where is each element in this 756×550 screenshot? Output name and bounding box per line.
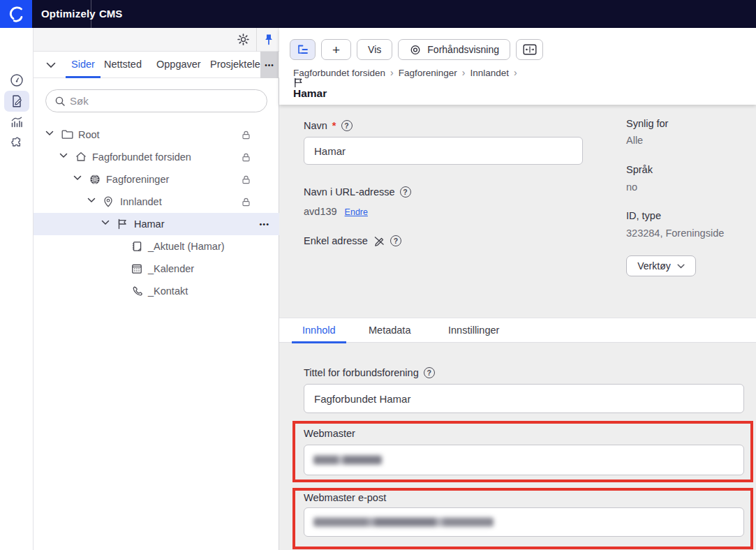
- verktoy-dropdown[interactable]: Verktøy: [626, 255, 696, 276]
- endre-link[interactable]: Endre: [345, 207, 368, 217]
- topbar-divider: [91, 0, 91, 28]
- panel-tab-sider[interactable]: Sider: [66, 52, 101, 78]
- add-content-button[interactable]: +: [321, 39, 351, 60]
- reports-icon[interactable]: [4, 112, 29, 133]
- optimizely-logo[interactable]: [0, 0, 32, 28]
- settings-gear-icon[interactable]: [237, 33, 250, 46]
- addons-icon[interactable]: [4, 133, 29, 154]
- page-type-flag-icon: [293, 77, 304, 88]
- url-name-label: Navn i URL-adresse ?: [304, 186, 411, 198]
- lock-icon: [241, 197, 251, 207]
- preview-eye-icon: [409, 45, 422, 55]
- tree-search: [45, 89, 267, 112]
- chevron-right-icon: ›: [514, 67, 517, 78]
- webmaster-field: [304, 445, 744, 475]
- help-icon[interactable]: ?: [390, 235, 401, 246]
- tree-item-aktuelt[interactable]: _Aktuelt (Hamar): [34, 235, 279, 258]
- url-value: avd139: [304, 206, 337, 217]
- sprak-label: Språk: [626, 164, 653, 175]
- home-icon: [75, 151, 87, 162]
- edit-slash-icon[interactable]: [373, 235, 385, 246]
- tree-item-kalender[interactable]: _Kalender: [34, 258, 279, 280]
- tab-metadata[interactable]: Metadata: [369, 318, 410, 343]
- required-asterisk: *: [332, 120, 336, 131]
- tree-item-kontakt[interactable]: _Kontakt: [34, 280, 279, 302]
- plus-icon: +: [332, 43, 340, 57]
- tree-item-innlandet[interactable]: Innlandet: [34, 191, 279, 213]
- lock-icon: [241, 130, 251, 140]
- expander-chevron-icon[interactable]: [73, 175, 82, 181]
- globe-icon: [89, 174, 101, 185]
- help-icon[interactable]: ?: [400, 186, 411, 198]
- tree-item-menu-button[interactable]: •••: [259, 213, 269, 235]
- breadcrumb-item[interactable]: Fagforeninger: [399, 68, 457, 78]
- synlig-for-value: Alle: [626, 135, 643, 146]
- folder-icon: [61, 129, 73, 140]
- brand-name: Optimizely: [41, 0, 96, 28]
- optimizely-mark-icon: [7, 5, 25, 23]
- preview-button[interactable]: Forhåndsvisning: [398, 39, 510, 60]
- synlig-for-label: Synlig for: [626, 118, 668, 129]
- flag-icon: [117, 218, 128, 230]
- tree-item-fagforeninger[interactable]: Fagforeninger: [34, 168, 279, 191]
- panel-header-strip: [34, 28, 279, 52]
- navn-label: Navn * ?: [304, 120, 353, 131]
- breadcrumb-item[interactable]: Innlandet: [470, 68, 510, 78]
- calendar-icon: [131, 263, 142, 274]
- navigation-panel: Sider Nettsted Oppgaver Prosjekteler •••…: [34, 28, 279, 550]
- tree-item-fagforbundet-forsiden[interactable]: Fagforbundet forsiden: [34, 146, 279, 168]
- toggle-navigation-button[interactable]: [290, 39, 316, 60]
- tree-item-hamar[interactable]: Hamar •••: [34, 213, 279, 235]
- breadcrumb-item[interactable]: Fagforbundet forsiden: [293, 68, 385, 78]
- navn-input[interactable]: [304, 137, 583, 165]
- chevron-down-icon: [677, 264, 685, 269]
- webmaster-epost-value-redacted: [313, 518, 494, 527]
- webmaster-label: Webmaster: [304, 428, 355, 439]
- compare-view-button[interactable]: [516, 39, 543, 60]
- edit-pages-icon[interactable]: [4, 91, 29, 112]
- strip-divider: [256, 28, 257, 52]
- webmaster-epost-field: [304, 507, 744, 537]
- content-tab-bar: Innhold Metadata Innstillinger: [279, 318, 756, 343]
- optimizely-cms-app: Optimizely CMS: [0, 0, 756, 550]
- main-area: + Vis Forhåndsvisning Fagforbundet forsi…: [279, 28, 756, 550]
- split-view-icon: [523, 44, 537, 55]
- main-toolbar: + Vis Forhåndsvisning: [290, 39, 543, 60]
- page-title: Hamar: [293, 87, 327, 100]
- panel-tab-nettsted[interactable]: Nettsted: [104, 52, 142, 78]
- lock-icon: [241, 174, 251, 185]
- expander-chevron-icon[interactable]: [87, 198, 96, 203]
- id-type-label: ID, type: [626, 210, 661, 221]
- collapse-tabs-chevron-icon[interactable]: [46, 62, 56, 68]
- lock-icon: [241, 152, 251, 163]
- expander-chevron-icon[interactable]: [59, 153, 68, 158]
- webmaster-epost-label: Webmaster e-post: [304, 492, 386, 503]
- main-header: + Vis Forhåndsvisning Fagforbundet forsi…: [279, 28, 756, 105]
- webmaster-value-redacted: [313, 456, 382, 465]
- dashboard-icon[interactable]: [4, 70, 29, 91]
- phone-icon: [131, 285, 142, 297]
- location-pin-icon: [103, 196, 113, 207]
- news-icon: [131, 241, 142, 252]
- product-name: CMS: [99, 0, 122, 28]
- vis-button[interactable]: Vis: [357, 39, 392, 60]
- tab-innstillinger[interactable]: Innstillinger: [448, 318, 499, 343]
- id-type-value: 323284, Foreningside: [626, 228, 724, 239]
- search-input[interactable]: [70, 95, 258, 107]
- pin-panel-icon[interactable]: [263, 34, 274, 45]
- panel-tabs-overflow-button[interactable]: •••: [260, 52, 279, 78]
- left-rail: [0, 28, 34, 550]
- tittel-input[interactable]: [304, 384, 744, 413]
- expander-chevron-icon[interactable]: [45, 131, 54, 136]
- tree-item-root[interactable]: Root: [34, 124, 279, 146]
- chevron-right-icon: ›: [462, 67, 466, 78]
- tab-innhold[interactable]: Innhold: [292, 318, 346, 343]
- panel-tab-oppgaver[interactable]: Oppgaver: [156, 52, 201, 78]
- sprak-value: no: [626, 181, 637, 193]
- expander-chevron-icon[interactable]: [101, 220, 110, 225]
- help-icon[interactable]: ?: [424, 367, 435, 378]
- chevron-right-icon: ›: [390, 67, 394, 78]
- top-bar: Optimizely CMS: [0, 0, 756, 28]
- panel-tab-prosjekter[interactable]: Prosjekteler: [210, 52, 261, 78]
- help-icon[interactable]: ?: [341, 120, 353, 131]
